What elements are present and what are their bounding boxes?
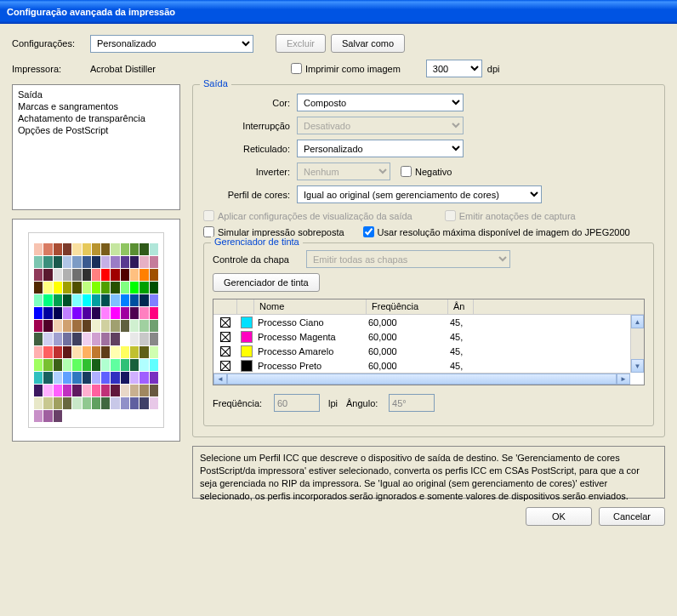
- category-item[interactable]: Opções de PostScript: [18, 124, 174, 136]
- color-swatch: [139, 320, 148, 332]
- inverter-label: Inverter:: [203, 167, 297, 177]
- dialog-body: Configurações: Personalizado Excluir Sal…: [0, 24, 677, 534]
- color-swatch: [150, 397, 158, 409]
- perfil-select[interactable]: Igual ao original (sem gerenciamento de …: [297, 185, 542, 203]
- saida-legend: Saída: [200, 78, 231, 88]
- color-swatch: [150, 346, 158, 358]
- ink-name: Processo Magenta: [256, 332, 368, 342]
- ink-fieldset: Gerenciador de tinta Controle da chapa E…: [203, 242, 654, 426]
- color-swatch: [92, 256, 100, 268]
- print-as-image-check[interactable]: Imprimir como imagem: [291, 63, 401, 74]
- color-swatch: [63, 320, 71, 332]
- color-swatch: [82, 320, 91, 332]
- ink-ang: 45,: [450, 317, 475, 328]
- ink-table[interactable]: Nome Freqüência Ân Processo Ciano60,0004…: [213, 299, 645, 385]
- color-swatch: [72, 333, 81, 345]
- freq-input: [274, 394, 320, 412]
- scroll-left-icon[interactable]: ◄: [213, 374, 227, 385]
- color-swatch: [150, 243, 158, 255]
- color-swatch: [63, 269, 71, 281]
- dpi-select[interactable]: 300: [426, 60, 482, 77]
- color-swatch: [63, 333, 71, 345]
- color-swatch: [34, 333, 43, 345]
- color-swatch: [72, 359, 81, 371]
- color-swatch: [111, 243, 119, 255]
- color-swatch: [150, 307, 158, 319]
- ink-freq: 60,000: [368, 361, 450, 371]
- category-item[interactable]: Achatamento de transparência: [18, 112, 174, 124]
- color-swatch: [82, 372, 91, 384]
- ink-table-header: Nome Freqüência Ân: [213, 299, 644, 315]
- color-swatch: [92, 243, 100, 255]
- category-item[interactable]: Saída: [18, 88, 174, 100]
- color-swatch: [139, 372, 148, 384]
- ink-table-body: Processo Ciano60,00045,Processo Magenta6…: [213, 315, 644, 373]
- saveas-button[interactable]: Salvar como: [331, 34, 405, 53]
- horizontal-scrollbar[interactable]: ◄ ►: [213, 373, 630, 385]
- x-icon: [220, 361, 230, 371]
- color-swatch: [92, 269, 100, 281]
- usar-res-label: Usar resolução máxima disponível de imag…: [378, 227, 630, 237]
- color-swatch: [54, 372, 62, 384]
- ink-color-swatch: [241, 360, 253, 372]
- negativo-check[interactable]: Negativo: [401, 166, 452, 177]
- x-icon: [220, 332, 230, 342]
- color-swatch: [43, 333, 52, 345]
- scroll-down-icon[interactable]: ▼: [631, 359, 644, 373]
- color-swatch: [130, 372, 139, 384]
- color-swatch: [130, 269, 139, 281]
- color-swatch: [72, 282, 81, 294]
- category-list[interactable]: Saída Marcas e sangramentos Achatamento …: [12, 84, 180, 210]
- color-swatch: [130, 256, 139, 268]
- color-swatch: [43, 346, 52, 358]
- color-swatch: [121, 397, 129, 409]
- color-swatch: [34, 243, 43, 255]
- cancel-button[interactable]: Cancelar: [599, 507, 665, 526]
- ink-name: Processo Ciano: [256, 317, 368, 328]
- usar-res-checkbox[interactable]: [363, 226, 374, 237]
- ink-manager-button[interactable]: Gerenciador de tinta: [213, 273, 320, 292]
- ink-row[interactable]: Processo Magenta60,00045,: [213, 329, 644, 344]
- color-swatch: [121, 359, 129, 371]
- color-swatch: [101, 333, 110, 345]
- color-swatch: [130, 346, 139, 358]
- color-swatch: [130, 333, 139, 345]
- color-swatch: [43, 243, 52, 255]
- ink-row[interactable]: Processo Amarelo60,00045,: [213, 344, 644, 358]
- hscroll-thumb[interactable]: [227, 374, 617, 385]
- color-swatch: [121, 346, 129, 358]
- color-swatch: [130, 294, 139, 306]
- color-swatch: [43, 385, 52, 396]
- printer-row: Impressora: Acrobat Distiller Imprimir c…: [12, 60, 665, 77]
- saida-fieldset: Saída Cor: Composto Interrupção Desativa…: [192, 84, 665, 437]
- config-select[interactable]: Personalizado: [90, 35, 253, 53]
- inverter-select: Nenhum: [297, 163, 390, 180]
- color-swatch: [54, 397, 62, 409]
- color-swatch: [101, 346, 110, 358]
- scroll-right-icon[interactable]: ►: [617, 374, 630, 385]
- color-swatch: [82, 307, 91, 319]
- category-item[interactable]: Marcas e sangramentos: [18, 100, 174, 112]
- color-swatch: [150, 333, 158, 345]
- color-swatch: [63, 282, 71, 294]
- retic-select[interactable]: Personalizado: [297, 140, 464, 157]
- cor-select[interactable]: Composto: [297, 94, 464, 111]
- color-swatch: [121, 372, 129, 384]
- ink-freq: 60,000: [368, 317, 450, 328]
- negativo-checkbox[interactable]: [401, 166, 412, 177]
- ok-button[interactable]: OK: [526, 507, 592, 526]
- color-swatch: [43, 307, 52, 319]
- scroll-up-icon[interactable]: ▲: [631, 315, 644, 328]
- color-swatch-grid: [34, 243, 158, 422]
- color-swatch: [92, 397, 100, 409]
- vertical-scrollbar[interactable]: ▲ ▼: [630, 315, 644, 373]
- ink-row[interactable]: Processo Preto60,00045,: [213, 358, 644, 373]
- ink-row[interactable]: Processo Ciano60,00045,: [213, 315, 644, 329]
- print-as-image-checkbox[interactable]: [291, 63, 302, 74]
- color-swatch: [54, 282, 62, 294]
- config-label: Configurações:: [12, 38, 85, 48]
- color-swatch: [111, 333, 119, 345]
- color-swatch: [121, 269, 129, 281]
- color-swatch: [72, 243, 81, 255]
- color-swatch: [43, 410, 52, 422]
